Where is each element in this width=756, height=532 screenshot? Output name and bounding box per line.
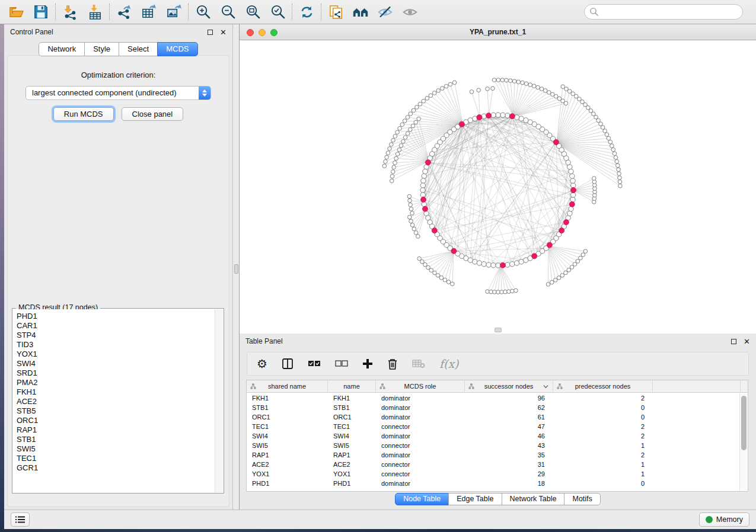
run-mcds-button[interactable]: Run MCDS bbox=[53, 107, 114, 121]
leaf-node[interactable] bbox=[617, 172, 621, 176]
leaf-node[interactable] bbox=[390, 143, 394, 147]
open-file-button[interactable] bbox=[4, 2, 28, 22]
leaf-node[interactable] bbox=[414, 120, 418, 124]
import-table-button[interactable] bbox=[82, 2, 107, 22]
table-row[interactable]: RAP1RAP1dominator352 bbox=[247, 450, 739, 460]
column-header-empty[interactable] bbox=[653, 380, 741, 392]
leaf-node[interactable] bbox=[392, 165, 396, 169]
network-node[interactable] bbox=[570, 174, 575, 178]
close-panel-icon[interactable]: ✕ bbox=[220, 30, 227, 35]
network-node[interactable] bbox=[422, 174, 426, 178]
column-header-name[interactable]: name bbox=[328, 380, 376, 392]
leaf-node[interactable] bbox=[408, 215, 412, 219]
network-node[interactable] bbox=[505, 262, 510, 267]
leaf-node[interactable] bbox=[561, 85, 565, 89]
mcds-result-item[interactable]: CAR1 bbox=[17, 321, 215, 331]
leaf-node[interactable] bbox=[399, 143, 403, 148]
network-node[interactable] bbox=[505, 113, 510, 118]
leaf-node[interactable] bbox=[500, 78, 505, 82]
mcds-node[interactable] bbox=[486, 113, 492, 118]
new-network-from-selection-button[interactable] bbox=[323, 2, 348, 22]
leaf-node[interactable] bbox=[607, 136, 611, 140]
table-scrollbar-thumb[interactable] bbox=[741, 396, 747, 450]
network-node[interactable] bbox=[519, 116, 524, 121]
leaf-node[interactable] bbox=[400, 123, 404, 127]
mcds-result-item[interactable]: TID3 bbox=[17, 340, 215, 350]
network-node[interactable] bbox=[421, 178, 426, 183]
leaf-node[interactable] bbox=[422, 99, 426, 103]
network-node[interactable] bbox=[422, 202, 426, 207]
leaf-node[interactable] bbox=[592, 177, 596, 181]
leaf-node[interactable] bbox=[384, 160, 388, 164]
leaf-node[interactable] bbox=[416, 235, 420, 239]
network-node[interactable] bbox=[567, 211, 572, 216]
leaf-node[interactable] bbox=[557, 276, 561, 280]
leaf-node[interactable] bbox=[401, 139, 406, 143]
horizontal-splitter-handle[interactable] bbox=[495, 328, 502, 332]
task-history-button[interactable] bbox=[11, 512, 30, 527]
leaf-node[interactable] bbox=[409, 219, 413, 223]
mcds-result-item[interactable]: STP4 bbox=[17, 331, 215, 340]
mcds-result-item[interactable]: SWI4 bbox=[17, 359, 215, 368]
leaf-node[interactable] bbox=[393, 161, 397, 165]
leaf-node[interactable] bbox=[496, 78, 500, 82]
window-minimize-traffic-icon[interactable] bbox=[259, 29, 266, 36]
leaf-node[interactable] bbox=[439, 276, 444, 280]
leaf-node[interactable] bbox=[446, 280, 451, 284]
leaf-node[interactable] bbox=[521, 81, 525, 85]
add-column-button[interactable] bbox=[362, 358, 373, 369]
leaf-node[interactable] bbox=[391, 139, 395, 143]
leaf-node[interactable] bbox=[603, 129, 607, 133]
network-node[interactable] bbox=[496, 113, 500, 117]
network-node[interactable] bbox=[500, 113, 505, 117]
leaf-node[interactable] bbox=[391, 170, 395, 174]
table-options-button[interactable]: ⚙ bbox=[257, 358, 267, 370]
leaf-node[interactable] bbox=[543, 89, 547, 93]
mcds-result-item[interactable]: PMA2 bbox=[17, 378, 215, 387]
search-input[interactable] bbox=[584, 4, 743, 20]
column-header-successor-nodes[interactable]: successor nodes bbox=[465, 380, 553, 392]
leaf-node[interactable] bbox=[414, 231, 418, 235]
mcds-node[interactable] bbox=[477, 115, 482, 120]
mcds-result-item[interactable]: STB5 bbox=[17, 406, 215, 416]
optimization-criterion-select[interactable]: largest connected component (undirected) bbox=[25, 86, 211, 100]
leaf-node[interactable] bbox=[613, 152, 617, 156]
leaf-node[interactable] bbox=[406, 132, 410, 136]
float-panel-icon[interactable] bbox=[208, 30, 213, 35]
table-row[interactable]: STB1STB1dominator620 bbox=[247, 403, 739, 412]
leaf-node[interactable] bbox=[514, 289, 518, 293]
select-all-rows-button[interactable] bbox=[308, 360, 321, 368]
leaf-node[interactable] bbox=[547, 91, 551, 95]
leaf-node[interactable] bbox=[397, 148, 401, 152]
network-node[interactable] bbox=[571, 193, 576, 197]
leaf-node[interactable] bbox=[443, 278, 447, 282]
leaf-node[interactable] bbox=[444, 84, 448, 88]
zoom-selected-button[interactable] bbox=[265, 2, 290, 22]
column-header-shared-name[interactable]: shared name bbox=[247, 380, 328, 392]
leaf-node[interactable] bbox=[425, 97, 429, 101]
leaf-node[interactable] bbox=[574, 94, 578, 98]
network-graph[interactable] bbox=[240, 40, 756, 334]
leaf-node[interactable] bbox=[546, 283, 550, 287]
leaf-node[interactable] bbox=[420, 259, 425, 264]
table-row[interactable]: TEC1TEC1connector472 bbox=[247, 422, 739, 431]
leaf-node[interactable] bbox=[550, 280, 554, 284]
mcds-node[interactable] bbox=[432, 228, 437, 233]
leaf-node[interactable] bbox=[452, 81, 457, 85]
vertical-splitter[interactable] bbox=[233, 24, 240, 509]
leaf-node[interactable] bbox=[410, 223, 414, 227]
leaf-node[interactable] bbox=[415, 105, 419, 110]
leaf-node[interactable] bbox=[601, 126, 605, 130]
leaf-node[interactable] bbox=[583, 249, 588, 254]
leaf-node[interactable] bbox=[596, 118, 601, 123]
mcds-result-item[interactable]: GCR1 bbox=[17, 463, 215, 473]
show-all-button[interactable] bbox=[398, 2, 423, 22]
leaf-node[interactable] bbox=[524, 82, 528, 86]
export-network-button[interactable] bbox=[111, 2, 136, 22]
leaf-node[interactable] bbox=[403, 119, 407, 123]
export-table-button[interactable] bbox=[136, 2, 161, 22]
leaf-node[interactable] bbox=[567, 268, 571, 273]
leaf-node[interactable] bbox=[618, 180, 622, 184]
show-columns-button[interactable] bbox=[282, 358, 294, 370]
leaf-node[interactable] bbox=[618, 184, 623, 188]
